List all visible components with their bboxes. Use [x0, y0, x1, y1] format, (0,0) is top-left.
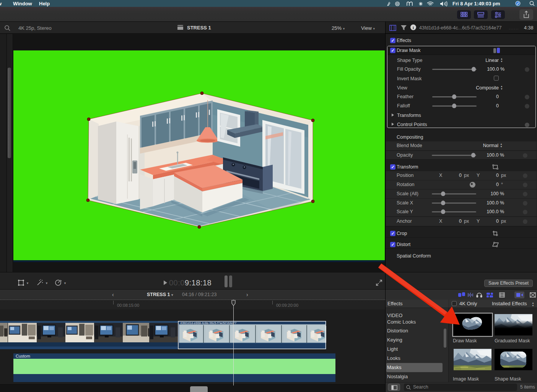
- svg-text:Image Mask: Image Mask: [453, 376, 479, 382]
- svg-text:Graduated Mask: Graduated Mask: [495, 338, 530, 343]
- svg-text:43fd1d1d-e668-4c8e-96c5-f7ac52: 43fd1d1d-e668-4c8e-96c5-f7ac52164e77: [180, 321, 237, 325]
- svg-text:i: i: [413, 25, 414, 30]
- svg-text:Shape Mask: Shape Mask: [495, 376, 521, 382]
- svg-text:Draw Mask: Draw Mask: [453, 338, 477, 343]
